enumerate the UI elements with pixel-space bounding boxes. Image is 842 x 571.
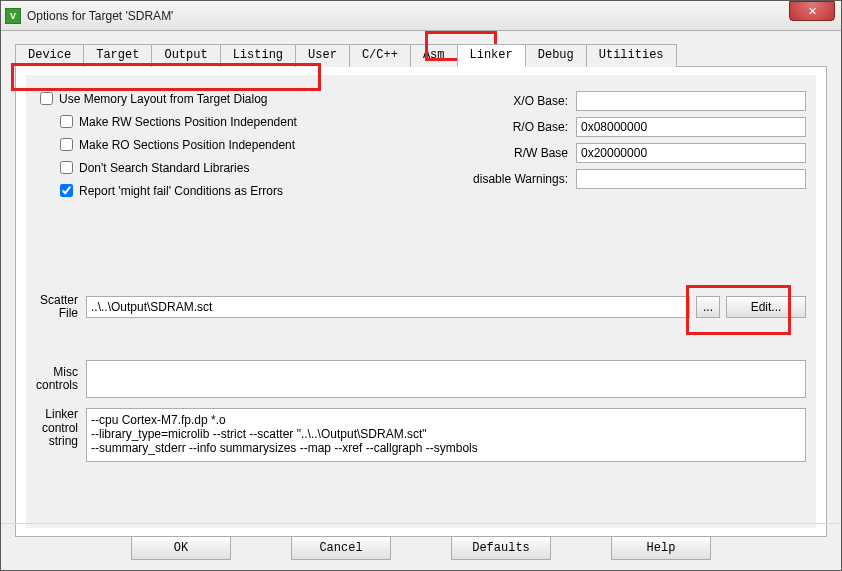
chk-dont-search[interactable] [60,161,73,174]
lbl-use-memory-layout: Use Memory Layout from Target Dialog [59,92,268,106]
input-misc-controls[interactable] [86,360,806,398]
tab-linker[interactable]: Linker [457,44,526,67]
browse-scatter-button[interactable]: ... [696,296,720,318]
tab-target[interactable]: Target [83,44,152,67]
tab-body: Use Memory Layout from Target Dialog Mak… [15,67,827,537]
chk-make-ro[interactable] [60,138,73,151]
edit-scatter-button[interactable]: Edit... [726,296,806,318]
tab-debug[interactable]: Debug [525,44,587,67]
input-ro-base[interactable] [576,117,806,137]
lbl-report-might-fail: Report 'might fail' Conditions as Errors [79,184,283,198]
lbl-make-rw: Make RW Sections Position Independent [79,115,297,129]
chk-make-rw[interactable] [60,115,73,128]
tab-asm[interactable]: Asm [410,44,458,67]
tab-utilities[interactable]: Utilities [586,44,677,67]
lbl-scatter-file: Scatter File [36,294,86,320]
input-rw-base[interactable] [576,143,806,163]
window-title: Options for Target 'SDRAM' [27,9,837,23]
lbl-xo-base: X/O Base: [456,94,576,108]
chk-report-might-fail[interactable] [60,184,73,197]
tabstrip: Device Target Output Listing User C/C++ … [15,43,827,67]
app-icon: V [5,8,21,24]
tab-listing[interactable]: Listing [220,44,296,67]
titlebar: V Options for Target 'SDRAM' [1,1,841,31]
tab-device[interactable]: Device [15,44,84,67]
content-area: Device Target Output Listing User C/C++ … [1,31,841,547]
lbl-linker-control-string: Linker control string [36,408,86,448]
lbl-ro-base: R/O Base: [456,120,576,134]
chk-use-memory-layout[interactable] [40,92,53,105]
help-button[interactable]: Help [611,536,711,560]
lbl-disable-warnings: disable Warnings: [456,172,576,186]
tab-user[interactable]: User [295,44,350,67]
input-xo-base[interactable] [576,91,806,111]
lbl-make-ro: Make RO Sections Position Independent [79,138,295,152]
lbl-misc-controls: Misc controls [36,366,86,392]
lbl-dont-search: Don't Search Standard Libraries [79,161,249,175]
input-disable-warnings[interactable] [576,169,806,189]
input-scatter-file[interactable] [86,296,690,318]
dialog-button-row: OK Cancel Defaults Help [1,523,841,560]
tab-output[interactable]: Output [151,44,220,67]
close-button[interactable] [789,1,835,21]
tab-ccpp[interactable]: C/C++ [349,44,411,67]
input-linker-control-string [86,408,806,462]
dialog-window: V Options for Target 'SDRAM' Device Targ… [0,0,842,571]
cancel-button[interactable]: Cancel [291,536,391,560]
defaults-button[interactable]: Defaults [451,536,551,560]
lbl-rw-base: R/W Base [456,146,576,160]
ok-button[interactable]: OK [131,536,231,560]
